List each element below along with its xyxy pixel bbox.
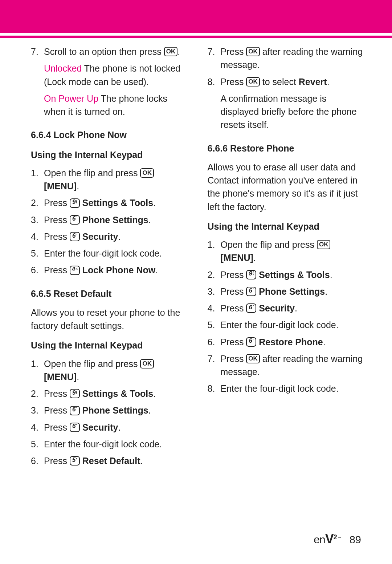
key-digit: 6 [72,214,75,223]
step-665-4: 4. Press 6ˆ Security. [31,421,190,434]
step-text: Enter the four-digit lock code. [221,382,367,395]
subheading-using: Using the Internal Keypad [31,148,190,161]
key-9-icon: 9( [70,198,80,208]
step-665-6: 6. Press 5* Reset Default. [31,454,190,467]
step-text: Press 4s Lock Phone Now. [44,263,190,277]
step-number: 8. [208,382,217,395]
text: . [77,372,79,382]
text: Press [44,231,70,242]
step-text: Press OK after reading the warning messa… [221,45,367,72]
bold-text: [MENU] [44,181,77,191]
bold-text: Phone Settings [82,405,148,415]
bold-text: [MENU] [221,253,253,263]
step-number: 4. [208,302,217,315]
key-6-icon: 6ˆ [70,215,80,225]
step-664-2: 2. Press 9( Settings & Tools. [31,196,190,209]
heading-665: 6.6.5 Reset Default [31,287,190,300]
key-digit: 6 [72,405,75,414]
key-digit: 6 [249,337,252,346]
key-sup: ˆ [253,338,254,343]
step-665-3: 3. Press 6ˆ Phone Settings. [31,404,190,417]
step-text: Open the flip and press OK [MENU]. [44,166,190,193]
step-665-5: 5. Enter the four-digit lock code. [31,438,190,451]
text: Press [44,265,70,275]
heading-666: 6.6.6 Restore Phone [208,142,367,155]
bold-text: Settings & Tools [259,270,330,280]
step-number: 2. [208,268,217,281]
key-sup: ( [253,271,254,276]
key-6-icon: 6ˆ [246,303,256,313]
step-665-2: 2. Press 9( Settings & Tools. [31,387,190,400]
text: . [118,422,121,432]
step-number: 2. [31,387,40,400]
text: Press [44,422,70,432]
text: . [153,198,156,208]
onpowerup-note: On Power Up The phone locks when it is t… [44,92,190,118]
step-number: 6. [31,263,40,277]
text: . [295,303,297,313]
step-text: Press 6ˆ Security. [44,421,190,434]
key-sup: ˆ [76,407,77,412]
key-6-icon: 6ˆ [70,232,80,241]
ok-icon: OK [317,240,331,249]
step-number: 6. [31,454,40,467]
step-text: Press 9( Settings & Tools. [44,196,190,209]
ok-icon: OK [140,168,154,178]
step-number: 7. [208,45,217,58]
key-digit: 5 [72,456,75,465]
step-text: Press 9( Settings & Tools. [221,268,367,281]
text: Press [44,405,70,415]
key-sup: ˆ [76,423,77,429]
subheading-using: Using the Internal Keypad [31,339,190,352]
step-text: Open the flip and press OK [MENU]. [44,357,190,384]
step-number: 5. [31,438,40,451]
step-text: Press 6ˆ Restore Phone. [221,335,367,349]
key-sup: ˆ [253,305,254,310]
key-6-icon: 6ˆ [246,287,256,296]
step-665-7: 7. Press OK after reading the warning me… [208,45,367,72]
step-664-1: 1. Open the flip and press OK [MENU]. [31,166,190,193]
step-number: 1. [208,238,217,251]
key-digit: 6 [249,303,252,312]
page-number: 89 [350,534,361,546]
page-content: 7. Scroll to an option then press OK. Un… [0,38,392,471]
step-number: 3. [208,285,217,298]
ok-icon: OK [246,47,260,56]
bold-text: [MENU] [44,372,77,382]
step-664-5: 5. Enter the four-digit lock code. [31,247,190,260]
text: . [153,388,156,399]
step-666-6: 6. Press 6ˆ Restore Phone. [208,335,367,349]
text: . [253,253,256,263]
right-column: 7. Press OK after reading the warning me… [208,45,367,471]
text: Open the flip and press [44,168,140,178]
step-666-7: 7. Press OK after reading the warning me… [208,352,367,379]
key-digit: 4 [72,265,75,274]
step-number: 1. [31,357,40,370]
text: Press [44,388,70,399]
step-text: Press 9( Settings & Tools. [44,387,190,400]
step-text: Scroll to an option then press OK. [44,45,190,58]
heading-664: 6.6.4 Lock Phone Now [31,128,190,141]
key-sup: ( [76,390,77,395]
step-666-2: 2. Press 9( Settings & Tools. [208,268,367,281]
left-column: 7. Scroll to an option then press OK. Un… [31,45,190,471]
bold-text: Revert [299,77,327,87]
step-number: 3. [31,404,40,417]
bold-text: Settings & Tools [82,198,153,208]
step-664-3: 3. Press 6ˆ Phone Settings. [31,213,190,226]
step-665-8: 8. Press OK to select Revert. [208,75,367,88]
step-number: 8. [208,75,217,88]
step-number: 5. [208,318,217,331]
text: Press [221,270,246,280]
step-664-6: 6. Press 4s Lock Phone Now. [31,263,190,277]
step-text: Press OK to select Revert. [221,75,367,88]
step-text: Press OK after reading the warning messa… [221,352,367,379]
step-666-1: 1. Open the flip and press OK [MENU]. [208,238,367,265]
text: . [148,405,151,415]
step-number: 7. [31,45,40,58]
text: Press [44,456,70,466]
text: to select [260,77,299,87]
text: . [118,231,121,242]
text: Press [221,286,246,297]
logo-n: n [319,533,325,545]
